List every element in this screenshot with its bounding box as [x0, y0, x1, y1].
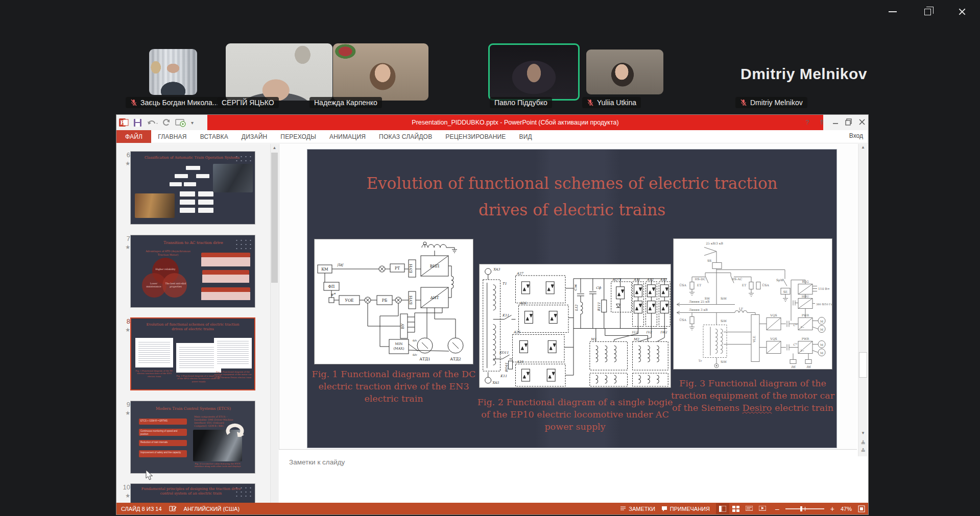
video-tile-zaiets[interactable] — [149, 49, 197, 95]
comments-toggle-button[interactable]: ПРИМЕЧАНИЯ — [661, 506, 710, 512]
scrollbar-thumb[interactable] — [859, 352, 867, 378]
svg-text:BLG: BLG — [802, 280, 808, 283]
scrollbar-thumb[interactable] — [271, 153, 278, 283]
next-slide-button[interactable]: ≙ — [859, 448, 867, 454]
spellcheck-icon[interactable] — [169, 505, 177, 512]
zoom-level[interactable]: 47% — [841, 506, 852, 512]
notes-pane[interactable]: Заметки к слайду — [279, 449, 857, 503]
qat-customize-dropdown[interactable]: ▾ — [191, 120, 194, 126]
ppt-close-button[interactable] — [858, 118, 866, 126]
train-cab-photo — [213, 164, 253, 192]
animation-star-icon: ★ — [119, 327, 130, 333]
comments-icon — [661, 506, 667, 512]
figure-2-caption[interactable]: Fig. 2 Functional diagram of a single bo… — [474, 396, 676, 433]
video-tile-sergiy[interactable] — [226, 43, 332, 101]
notes-placeholder[interactable]: Заметки к слайду — [289, 458, 345, 466]
scroll-up-arrow[interactable]: ▲ — [271, 144, 278, 152]
tab-home[interactable]: ГЛАВНАЯ — [151, 130, 193, 143]
save-button[interactable] — [133, 118, 142, 127]
participant-label: Yuliia Utkina — [582, 97, 641, 108]
slide-thumbnail-panel: 6 ★ Classification of Automatic Train Op… — [116, 144, 279, 503]
svg-text:ÜSA: ÜSA — [762, 283, 769, 287]
document-title: Presentation_PIDDUBKO.pptx - PowerPoint … — [207, 115, 823, 130]
thumbnail-slide-9[interactable]: Modern Train Control Systems (ETCS) ETCS… — [130, 401, 255, 474]
zoom-slider[interactable] — [785, 508, 824, 509]
fit-slide-to-window-button[interactable] — [858, 505, 865, 512]
thumbnail-slide-10[interactable]: Fundamental principles of designing the … — [130, 483, 255, 503]
ribbon-tab-row: ФАЙЛ ГЛАВНАЯ ВСТАВКА ДИЗАЙН ПЕРЕХОДЫ АНИ… — [116, 130, 868, 143]
tab-transitions[interactable]: ПЕРЕХОДЫ — [274, 130, 323, 143]
ribbon-display-options-button[interactable]: ⇑ — [817, 117, 826, 127]
tab-view[interactable]: ВИД — [513, 130, 539, 143]
ppt-restore-button[interactable] — [845, 118, 853, 126]
svg-text:R111: R111 — [597, 302, 601, 311]
powerpoint-titlebar: P ▾ Presentation — [116, 115, 868, 130]
figure-3-caption[interactable]: Fig. 3 Functional diagram of the tractio… — [668, 377, 837, 414]
thumbnail-slide-6[interactable]: Classification of Automatic Train Operat… — [130, 151, 255, 225]
reading-view-button[interactable] — [743, 503, 756, 514]
figure-2-image[interactable]: XA3 XA5 T1 A27 A26 A25 A24 K11 K11 KO11 … — [480, 264, 671, 387]
slide-editing-area: Evolution of functional schemes of elect… — [279, 144, 857, 449]
tab-slideshow[interactable]: ПОКАЗ СЛАЙДОВ — [372, 130, 439, 143]
svg-text:Линия 25 кВ: Линия 25 кВ — [689, 300, 710, 303]
sign-in-link[interactable]: Вход — [849, 132, 863, 139]
svg-text:Cᴰ: Cᴰ — [793, 323, 798, 327]
language-indicator[interactable]: АНГЛИЙСКИЙ (США) — [184, 506, 240, 512]
svg-text:РБ: РБ — [382, 298, 388, 303]
tab-file[interactable]: ФАЙЛ — [116, 130, 151, 143]
tab-insert[interactable]: ВСТАВКА — [194, 130, 235, 143]
zoom-in-button[interactable]: + — [830, 506, 834, 511]
slideshow-view-button[interactable] — [756, 503, 769, 514]
video-tile-pavlo-active-speaker[interactable] — [488, 43, 580, 101]
scroll-up-arrow[interactable]: ▲ — [859, 145, 867, 150]
svg-text:SE: SE — [783, 290, 788, 293]
svg-text:Линия 3 кВ: Линия 3 кВ — [689, 308, 708, 311]
svg-text:HS-DC: HS-DC — [695, 277, 706, 281]
redo-button[interactable] — [162, 118, 171, 127]
figure-1-caption[interactable]: Fig. 1 Functional diagram of the DC elec… — [309, 368, 478, 405]
svg-text:ET: ET — [742, 283, 746, 287]
notes-toggle-button[interactable]: ЗАМЕТКИ — [620, 506, 655, 512]
svg-text:АТД1: АТД1 — [419, 357, 431, 361]
slide-sorter-view-button[interactable] — [729, 503, 743, 514]
main-vertical-scrollbar[interactable]: ▲ ▼ ≜ ≙ — [858, 144, 867, 456]
svg-text:ψ*: ψ* — [331, 292, 336, 297]
slide-number: 10 — [119, 483, 130, 491]
zoom-out-button[interactable]: – — [775, 506, 779, 511]
powerpoint-app-icon: P — [118, 117, 129, 128]
svg-text:SS: SS — [707, 259, 711, 262]
fig1-label: КМ — [321, 267, 328, 272]
scroll-down-arrow[interactable]: ▼ — [859, 431, 867, 435]
tab-design[interactable]: ДИЗАЙН — [235, 130, 274, 143]
tab-animations[interactable]: АНИМАЦИЯ — [323, 130, 372, 143]
notes-icon — [620, 506, 626, 511]
thumbnail-slide-8-selected[interactable]: Evolution of functional schemes of elect… — [130, 317, 255, 390]
participant-label: Заєць Богдан Микола... — [126, 97, 223, 108]
window-restore-button[interactable] — [920, 5, 935, 18]
thumbnail-slide-7[interactable]: Transition to AC traction drive Advantag… — [130, 235, 255, 308]
svg-text:P: P — [120, 119, 124, 126]
svg-text:KO11: KO11 — [499, 351, 509, 355]
ppt-minimize-button[interactable] — [831, 118, 840, 126]
svg-text:A25: A25 — [513, 330, 521, 334]
previous-slide-button[interactable]: ≜ — [859, 440, 867, 447]
tab-review[interactable]: РЕЦЕНЗИРОВАНИЕ — [439, 130, 512, 143]
figure-3-image[interactable]: 25 кВ/3 кВ SS HS-DC HS-AC ÜSA ET ET ÜSA … — [674, 239, 832, 369]
window-close-button[interactable] — [954, 5, 970, 18]
zoom-slider-thumb[interactable] — [800, 506, 802, 511]
svg-text:380 В/50 Гц: 380 В/50 Гц — [816, 303, 832, 306]
start-slideshow-button[interactable] — [175, 118, 186, 127]
video-tile-nadezhda[interactable] — [333, 43, 428, 101]
animation-star-icon: ★ — [119, 244, 130, 251]
window-minimize-button[interactable] — [885, 5, 900, 18]
thumbnail-scrollbar[interactable]: ▲ — [270, 144, 278, 503]
svg-text:110 В=: 110 В= — [818, 287, 830, 290]
slide-title[interactable]: Evolution of functional schemes of elect… — [307, 170, 836, 223]
undo-button[interactable] — [147, 118, 158, 127]
help-button[interactable]: ? — [803, 117, 812, 127]
figure-1-image[interactable]: КМ ФП УОЕ РБ РТ БУН БУН ВИП АИТ ВУ MIN (… — [315, 239, 473, 364]
svg-text:|Iд|: |Iд| — [337, 263, 343, 267]
video-tile-yuliia[interactable] — [586, 50, 663, 94]
quick-access-toolbar: P ▾ — [118, 116, 194, 129]
normal-view-button[interactable] — [716, 503, 729, 514]
